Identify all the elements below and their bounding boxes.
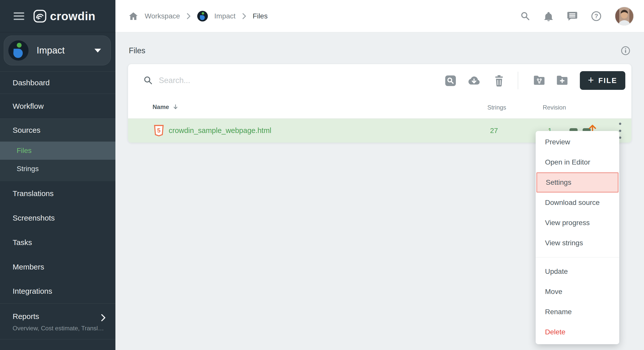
topbar: Workspace Impact Files [115,0,644,32]
breadcrumb-workspace[interactable]: Workspace [145,12,180,20]
messages-icon[interactable] [567,11,578,21]
sidebar-item-strings[interactable]: Strings [0,160,115,178]
file-search [128,64,366,97]
sidebar-item-sources[interactable]: Sources [0,119,115,142]
file-name-link[interactable]: crowdin_sample_webpage.html [169,126,271,135]
page-title: Files [129,46,145,55]
delete-trash-icon[interactable] [493,75,505,87]
crowdin-wordmark: crowdin [50,9,95,23]
menu-item-view-progress[interactable]: View progress [536,213,619,233]
column-header-strings[interactable]: Strings [487,104,506,111]
sidebar: crowdin Impact Dashboard Workflow Source… [0,0,115,350]
sidebar-item-tasks[interactable]: Tasks [0,230,115,255]
menu-item-settings[interactable]: Settings [536,172,618,193]
sidebar-item-translations[interactable]: Translations [0,181,115,206]
reports-subtitle: Overview, Cost estimate, Transl… [13,325,104,332]
sidebar-item-reports[interactable]: Reports Overview, Cost estimate, Transl… [0,303,115,339]
file-strings-count: 27 [490,127,498,135]
menu-separator [536,257,619,257]
avatar[interactable] [615,7,634,26]
info-icon[interactable] [621,46,630,56]
file-context-menu: Preview Open in Editor Settings Download… [536,131,619,344]
notifications-bell-icon[interactable] [543,11,554,21]
breadcrumb-project-icon [197,11,208,21]
sidebar-item-files[interactable]: Files [0,142,115,160]
search-icon [143,75,153,86]
sidebar-item-integrations[interactable]: Integrations [0,279,115,303]
table-header: Name Strings Revision [128,97,631,119]
column-header-revision[interactable]: Revision [543,104,566,111]
menu-item-update[interactable]: Update [536,261,619,282]
sidebar-item-screenshots[interactable]: Screenshots [0,206,115,230]
menu-item-download-source[interactable]: Download source [536,193,619,213]
sort-descending-icon [173,104,178,110]
menu-item-open-in-editor[interactable]: Open in Editor [536,152,619,172]
project-avatar [8,40,29,61]
menu-item-move[interactable]: Move [536,282,619,302]
chevron-right-icon [187,13,191,19]
breadcrumb-project[interactable]: Impact [214,12,236,20]
breadcrumb-current: Files [253,12,268,20]
chevron-down-icon [94,49,101,52]
help-icon[interactable]: ? [591,11,602,21]
home-icon[interactable] [129,12,138,20]
html5-file-icon: 5 [154,125,164,137]
sidebar-header: crowdin [0,0,115,32]
crowdin-logo-icon [33,10,46,23]
menu-item-view-strings[interactable]: View strings [536,233,619,253]
search-icon[interactable] [520,11,530,21]
sidebar-item-members[interactable]: Members [0,255,115,279]
plus-icon: + [588,75,594,85]
chevron-right-icon [242,13,246,19]
chevron-right-icon [100,313,106,322]
menu-item-delete[interactable]: Delete [536,322,619,342]
sidebar-item-dashboard[interactable]: Dashboard [0,71,115,94]
svg-text:5: 5 [157,127,160,134]
crowdin-logo[interactable]: crowdin [33,9,95,23]
menu-item-rename[interactable]: Rename [536,302,619,322]
crowdin-files-page: crowdin Impact Dashboard Workflow Source… [0,0,644,350]
add-folder-icon[interactable] [556,75,568,86]
add-file-button[interactable]: + FILE [580,71,625,90]
preview-file-icon[interactable] [444,75,457,87]
svg-text:?: ? [595,13,598,19]
project-name: Impact [37,45,65,56]
branch-folder-icon[interactable] [533,75,546,86]
search-input[interactable] [159,76,366,85]
toolbar-divider [518,72,518,89]
menu-item-preview[interactable]: Preview [536,132,619,152]
sidebar-section-sources: Sources Files Strings [0,119,115,181]
sidebar-item-workflow[interactable]: Workflow [0,94,115,119]
breadcrumb: Workspace Impact Files [129,0,268,32]
topbar-icons: ? [520,0,634,32]
download-cloud-icon[interactable] [467,75,481,87]
column-header-name[interactable]: Name [153,103,178,111]
hamburger-menu-icon[interactable] [14,12,24,20]
project-switcher[interactable]: Impact [4,36,111,65]
